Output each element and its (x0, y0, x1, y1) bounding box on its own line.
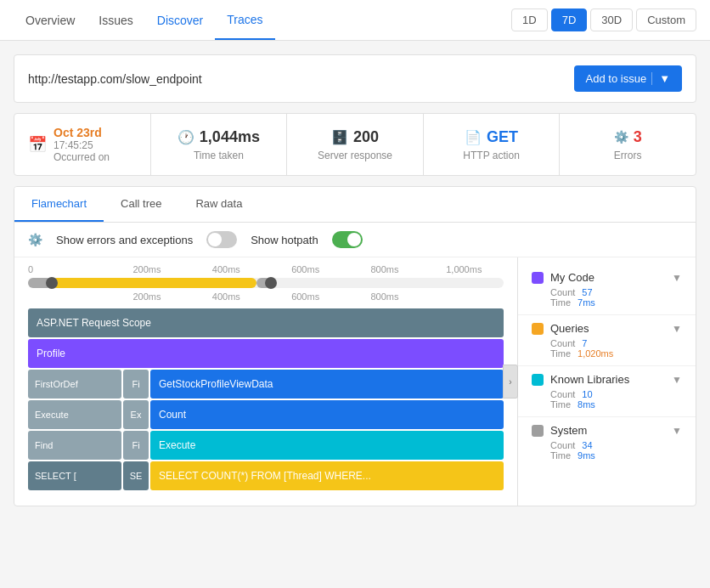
stats-bar: 📅 Oct 23rd 17:45:25 Occurred on 🕐 1,044m… (14, 113, 696, 176)
legend-my-code-name: My Code (550, 271, 665, 284)
time-btn-30d[interactable]: 30D (590, 8, 633, 31)
ruler-400: 400ms (187, 264, 266, 274)
legend-system-name: System (550, 424, 665, 437)
nav-issues[interactable]: Issues (87, 0, 144, 40)
clock-icon: 🕐 (178, 129, 194, 145)
hotpath-toggle[interactable] (332, 231, 363, 248)
legend-system-chevron[interactable]: ▼ (672, 425, 682, 437)
bar-tag-firstordef-label: FirstOrDef (35, 379, 78, 389)
legend-known-libraries-chevron[interactable]: ▼ (672, 374, 682, 386)
legend-system-header[interactable]: System ▼ (532, 424, 682, 437)
nav-overview[interactable]: Overview (14, 0, 87, 40)
bar-tag-select-label: SELECT [ (35, 471, 76, 481)
legend-known-libraries-stats: Count 10 Time 8ms (532, 389, 682, 410)
add-issue-dropdown-arrow[interactable]: ▼ (651, 72, 670, 85)
slider-handle-left[interactable] (46, 277, 58, 289)
time-range-buttons: 1D 7D 30D Custom (511, 8, 696, 31)
nav-discover[interactable]: Discover (145, 0, 215, 40)
occurred-time: 17:45:25 (54, 139, 110, 151)
track-yellow (52, 278, 256, 288)
tab-call-tree[interactable]: Call tree (104, 187, 178, 222)
tab-raw-data[interactable]: Raw data (178, 187, 259, 222)
known-lib-time-value: 8ms (578, 399, 595, 410)
bar-abbr-se: SE (123, 461, 149, 490)
time-taken-label: Time taken (194, 150, 244, 161)
legend-known-libraries-dot (532, 374, 544, 386)
stat-http-action: 📄 GET HTTP action (424, 114, 561, 175)
known-lib-time-label: Time (550, 399, 571, 410)
legend-queries-chevron[interactable]: ▼ (672, 323, 682, 335)
legend-queries-dot (532, 323, 544, 335)
system-time-value: 9ms (578, 450, 595, 461)
bar-content-count-label: Count (159, 409, 186, 421)
occurred-date: Oct 23rd (54, 126, 110, 139)
main-panel: Flamechart Call tree Raw data ⚙️ Show er… (14, 186, 696, 506)
legend-my-code-chevron[interactable]: ▼ (672, 272, 682, 284)
time-btn-1d[interactable]: 1D (511, 8, 548, 31)
legend-my-code-header[interactable]: My Code ▼ (532, 271, 682, 284)
add-to-issue-button[interactable]: Add to issue ▼ (574, 65, 682, 92)
legend-queries-stats: Count 7 Time 1,020ms (532, 338, 682, 359)
top-nav: Overview Issues Discover Traces 1D 7D 30… (0, 0, 710, 41)
bar-content-count[interactable]: Count (150, 400, 504, 429)
legend-system: System ▼ Count 34 Time 9ms (518, 417, 696, 467)
flame-left: 0 200ms 400ms 600ms 800ms 1,000ms (14, 257, 517, 506)
show-errors-label: Show errors and exceptions (56, 234, 193, 246)
add-issue-label: Add to issue (586, 72, 647, 85)
timeline-track[interactable] (28, 278, 504, 288)
known-lib-count-value: 10 (582, 389, 592, 399)
stat-time-taken: 🕐 1,044ms Time taken (151, 114, 288, 175)
bar-content-select[interactable]: SELECT COUNT(*) FROM [Thread] WHERE... (150, 461, 504, 490)
server-response-value: 200 (353, 128, 379, 146)
show-hotpath-label: Show hotpath (251, 234, 318, 246)
bar-tag-select[interactable]: SELECT [ (28, 461, 121, 490)
ruler2-400: 400ms (187, 291, 266, 302)
ruler2-200: 200ms (107, 291, 186, 302)
system-count-value: 34 (582, 440, 592, 450)
time-btn-7d[interactable]: 7D (551, 8, 588, 31)
ruler2-800: 800ms (345, 291, 424, 302)
nav-traces[interactable]: Traces (215, 0, 274, 40)
bar-content-get-stock-label: GetStockProfileViewData (159, 378, 273, 390)
server-response-label: Server response (318, 150, 392, 161)
bar-tag-execute[interactable]: Execute (28, 400, 121, 429)
bar-content-get-stock[interactable]: GetStockProfileViewData (150, 370, 504, 399)
bar-asp-net[interactable]: ASP.NET Request Scope (28, 308, 504, 337)
bar-asp-label: ASP.NET Request Scope (37, 317, 151, 329)
ruler-600: 600ms (266, 264, 345, 274)
stat-errors: ⚙️ 3 Errors (560, 114, 696, 175)
time-btn-custom[interactable]: Custom (636, 8, 696, 31)
http-icon: 📄 (465, 129, 482, 145)
ruler-800: 800ms (345, 264, 424, 274)
timeline-ruler-bottom: 200ms 400ms 600ms 800ms (28, 291, 504, 302)
my-code-time-label: Time (550, 297, 571, 308)
bar-content-execute[interactable]: Execute (150, 431, 504, 460)
error-flame-icon: ⚙️ (28, 233, 42, 246)
tab-bar: Flamechart Call tree Raw data (14, 187, 696, 223)
bar-content-select-label: SELECT COUNT(*) FROM [Thread] WHERE... (159, 470, 371, 482)
known-lib-count-label: Count (550, 389, 575, 399)
http-action-value: GET (487, 128, 518, 146)
http-action-label: HTTP action (463, 150, 519, 161)
bar-abbr-fi-1-label: Fi (132, 379, 139, 389)
errors-toggle[interactable] (206, 231, 237, 248)
bar-tag-find-label: Find (35, 440, 53, 450)
system-count-label: Count (550, 440, 575, 450)
timeline-area: 0 200ms 400ms 600ms 800ms 1,000ms (14, 257, 517, 302)
url-text: http://testapp.com/slow_endpoint (28, 72, 202, 86)
bar-tag-firstordef[interactable]: FirstOrDef (28, 370, 121, 399)
legend-queries-header[interactable]: Queries ▼ (532, 322, 682, 335)
legend-known-libraries-header[interactable]: Known Libraries ▼ (532, 373, 682, 386)
bar-tag-find[interactable]: Find (28, 431, 121, 460)
bar-content-execute-label: Execute (159, 439, 195, 451)
bar-group-find: Find Fi Execute (28, 431, 504, 460)
expand-button[interactable]: › (503, 365, 518, 399)
legend-known-libraries-name: Known Libraries (550, 373, 665, 386)
ruler-200: 200ms (107, 264, 186, 274)
slider-handle-right[interactable] (265, 277, 277, 289)
flamechart-controls: ⚙️ Show errors and exceptions Show hotpa… (14, 223, 696, 257)
bar-profile[interactable]: Profile (28, 339, 504, 368)
tab-flamechart[interactable]: Flamechart (14, 187, 104, 222)
legend-system-stats: Count 34 Time 9ms (532, 440, 682, 461)
legend-queries-name: Queries (550, 322, 665, 335)
